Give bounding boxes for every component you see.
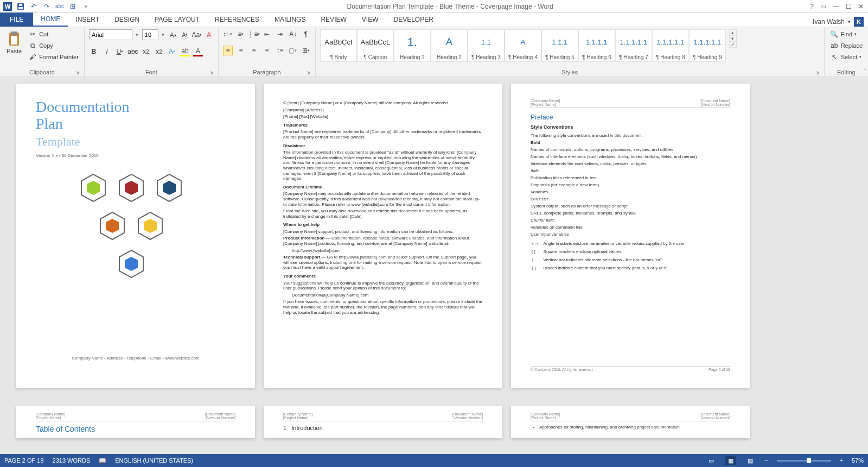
line-spacing-icon[interactable]: ↕≡ xyxy=(275,46,285,55)
ribbon-display-icon[interactable]: ▭ xyxy=(820,3,826,10)
collapse-ribbon-icon[interactable]: ˆ xyxy=(864,68,866,74)
tab-design[interactable]: DESIGN xyxy=(107,12,147,27)
cut-button[interactable]: ✂Cut xyxy=(27,29,80,39)
zoom-in-icon[interactable]: + xyxy=(840,457,843,464)
web-layout-icon[interactable]: ▤ xyxy=(745,456,756,465)
chevron-down-icon[interactable]: ▾ xyxy=(161,32,166,37)
tab-page-layout[interactable]: PAGE LAYOUT xyxy=(147,12,207,27)
align-left-icon[interactable]: ≡ xyxy=(223,46,233,55)
clear-format-icon[interactable]: A̷ xyxy=(204,30,214,40)
search-icon: 🔍 xyxy=(830,30,839,39)
gallery-more-icon[interactable]: ⤢ xyxy=(730,42,736,48)
touch-icon[interactable]: ⊞ xyxy=(68,2,77,11)
style-gallery-scroll[interactable]: ▴ ▾ ⤢ xyxy=(729,29,737,48)
show-marks-icon[interactable]: ¶ xyxy=(301,29,311,39)
align-right-icon[interactable]: ≡ xyxy=(249,46,259,55)
scroll-down-icon[interactable]: ▾ xyxy=(730,36,736,42)
outdent-icon[interactable]: ⇤ xyxy=(262,29,272,39)
clipboard-launcher-icon[interactable]: ⇲ xyxy=(75,70,80,75)
shading-icon[interactable]: ▢▾ xyxy=(288,46,298,55)
window-title: Documentation Plan Template - Blue Theme… xyxy=(90,3,810,10)
doc-title-2: Plan xyxy=(36,116,235,132)
subscript-icon[interactable]: x2 xyxy=(141,47,151,56)
find-button[interactable]: 🔍Find ▾ xyxy=(829,29,864,39)
tab-review[interactable]: REVIEW xyxy=(313,12,354,27)
status-language[interactable]: ENGLISH (UNITED STATES) xyxy=(115,457,193,464)
style-item[interactable]: AaBbCcI¶ Body xyxy=(320,29,357,62)
style-item[interactable]: 1.1.1¶ Heading 5 xyxy=(541,29,578,62)
italic-icon[interactable]: I xyxy=(102,47,112,56)
maximize-icon[interactable]: ☐ xyxy=(846,3,852,10)
minimize-icon[interactable]: — xyxy=(833,3,839,10)
close-icon[interactable]: ✕ xyxy=(858,3,864,10)
align-center-icon[interactable]: ≡ xyxy=(236,46,246,55)
styles-launcher-icon[interactable]: ⇲ xyxy=(815,70,820,75)
print-layout-icon[interactable]: ▦ xyxy=(725,456,736,465)
svg-marker-9 xyxy=(87,181,100,195)
tab-insert[interactable]: INSERT xyxy=(68,12,107,27)
strike-icon[interactable]: abc xyxy=(128,47,138,56)
font-size-select[interactable]: 10 xyxy=(142,29,158,40)
titlebar: W ↶ ↷ abc ⊞ ▾ Documentation Plan Templat… xyxy=(0,0,868,13)
style-item[interactable]: 1.1¶ Heading 3 xyxy=(468,29,505,62)
text-effects-icon[interactable]: A▾ xyxy=(167,47,177,56)
indent-icon[interactable]: ⇥ xyxy=(275,29,285,39)
chevron-down-icon[interactable]: ▾ xyxy=(135,32,140,37)
font-launcher-icon[interactable]: ⇲ xyxy=(209,70,214,75)
tab-home[interactable]: HOME xyxy=(33,12,68,27)
shrink-font-icon[interactable]: A▾ xyxy=(180,30,190,40)
undo-icon[interactable]: ↶ xyxy=(29,2,38,11)
read-mode-icon[interactable]: ▭ xyxy=(706,456,717,465)
sort-icon[interactable]: A↓ xyxy=(288,29,298,39)
font-name-select[interactable]: Arial xyxy=(89,29,132,40)
help-icon[interactable]: ? xyxy=(810,3,814,10)
paragraph-launcher-icon[interactable]: ⇲ xyxy=(307,70,311,75)
highlight-icon[interactable]: ab xyxy=(180,47,190,56)
spellcheck-icon[interactable]: abc xyxy=(55,2,64,11)
tab-references[interactable]: REFERENCES xyxy=(207,12,267,27)
select-button[interactable]: ↖Select ▾ xyxy=(829,52,864,62)
format-painter-button[interactable]: 🖌Format Painter xyxy=(27,52,80,62)
style-item[interactable]: A¶ Heading 4 xyxy=(505,29,541,62)
replace-button[interactable]: abReplace xyxy=(829,41,864,51)
zoom-out-icon[interactable]: − xyxy=(764,457,768,464)
redo-icon[interactable]: ↷ xyxy=(42,2,51,11)
change-case-icon[interactable]: Aa▾ xyxy=(192,30,202,40)
grow-font-icon[interactable]: A▴ xyxy=(168,30,178,40)
qat-customize-icon[interactable]: ▾ xyxy=(81,2,90,11)
borders-icon[interactable]: ⊞▾ xyxy=(301,46,311,55)
style-item[interactable]: 1.1.1.1¶ Heading 6 xyxy=(578,29,615,62)
scroll-up-icon[interactable]: ▴ xyxy=(730,30,736,36)
style-item[interactable]: 1.1.1.1.1¶ Heading 7 xyxy=(615,29,652,62)
file-tab[interactable]: FILE xyxy=(0,12,33,27)
style-item[interactable]: 1.1.1.1.1¶ Heading 9 xyxy=(689,29,726,62)
style-item[interactable]: AaBbCcL¶ Caption xyxy=(357,29,394,62)
document-canvas[interactable]: Documentation Plan Template Version X.x … xyxy=(0,77,868,454)
copy-button[interactable]: ⧉Copy xyxy=(27,41,80,51)
zoom-slider[interactable] xyxy=(777,460,831,462)
multilevel-icon[interactable]: ⋮≡▾ xyxy=(249,29,259,39)
numbering-icon[interactable]: ≡▾ xyxy=(236,29,246,39)
font-color-icon[interactable]: A xyxy=(193,47,203,56)
zoom-level[interactable]: 57% xyxy=(852,457,864,464)
status-page[interactable]: PAGE 2 OF 18 xyxy=(4,457,44,464)
bullets-icon[interactable]: ≔▾ xyxy=(223,29,233,39)
user-menu[interactable]: Ivan Walsh▾ K xyxy=(813,17,868,27)
svg-text:W: W xyxy=(5,3,11,10)
style-gallery: AaBbCcI¶ BodyAaBbCcL¶ Caption1.Heading 1… xyxy=(320,29,726,64)
style-item[interactable]: 1.Heading 1 xyxy=(394,29,431,62)
bold-icon[interactable]: B xyxy=(89,47,99,56)
style-item[interactable]: AHeading 2 xyxy=(431,29,468,62)
style-item[interactable]: 1.1.1.1.1¶ Heading 8 xyxy=(652,29,689,62)
status-words[interactable]: 2313 WORDS xyxy=(53,457,91,464)
justify-icon[interactable]: ≡ xyxy=(262,46,272,55)
doc-version: Version X.x • 06 December 2016 xyxy=(36,153,235,158)
superscript-icon[interactable]: x2 xyxy=(154,47,164,56)
underline-icon[interactable]: U▾ xyxy=(115,47,125,56)
paste-button[interactable]: Paste xyxy=(4,29,24,55)
save-icon[interactable] xyxy=(16,2,25,11)
tab-mailings[interactable]: MAILINGS xyxy=(267,12,313,27)
tab-view[interactable]: VIEW xyxy=(354,12,386,27)
proofing-icon[interactable]: 📖 xyxy=(99,457,106,464)
tab-developer[interactable]: DEVELOPER xyxy=(386,12,441,27)
